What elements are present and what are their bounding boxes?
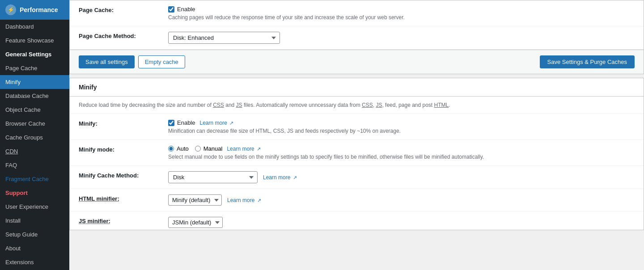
external-link-icon-1: ↗ bbox=[229, 120, 233, 126]
sidebar-title: Performance bbox=[20, 6, 58, 13]
minify-enable-row: Minify: Enable Learn more ↗ Minification… bbox=[70, 114, 644, 140]
minify-description: Reduce load time by decreasing the size … bbox=[70, 97, 644, 114]
minify-enable-description: Minification can decrease file size of H… bbox=[168, 128, 635, 134]
html-minifier-label: HTML minifier: bbox=[79, 194, 168, 202]
page-cache-description: Caching pages will reduce the response t… bbox=[168, 14, 635, 21]
minify-cache-method-value: Disk Memcached Redis Learn more ↗ bbox=[168, 171, 635, 183]
minify-mode-auto-label: Auto bbox=[177, 145, 189, 152]
js-ref-1: JS bbox=[236, 102, 242, 108]
main-content: Page Cache: Enable Caching pages will re… bbox=[69, 0, 644, 270]
sidebar-item-object-cache[interactable]: Object Cache bbox=[0, 103, 69, 117]
js-minifier-value: JSMin (default) bbox=[168, 217, 635, 228]
external-link-icon-2: ↗ bbox=[257, 146, 261, 152]
minify-mode-radio-row: Auto Manual Learn more ↗ bbox=[168, 145, 635, 152]
html-minifier-value: Minify (default) Other Learn more ↗ bbox=[168, 194, 635, 206]
sidebar-item-dashboard[interactable]: Dashboard bbox=[0, 20, 69, 34]
minify-learn-more-text: Learn more bbox=[199, 120, 227, 126]
sidebar-header[interactable]: ⚡ Performance bbox=[0, 0, 69, 20]
page-cache-enable-row: Page Cache: Enable Caching pages will re… bbox=[70, 0, 644, 26]
sidebar-item-general-settings[interactable]: General Settings bbox=[0, 47, 69, 61]
minify-cache-method-label: Minify Cache Method: bbox=[79, 171, 168, 179]
minify-learn-more-link[interactable]: Learn more ↗ bbox=[199, 120, 233, 126]
minify-mode-value: Auto Manual Learn more ↗ Select manual m… bbox=[168, 145, 635, 160]
js-minifier-select[interactable]: JSMin (default) bbox=[168, 217, 223, 228]
page-cache-enable-label: Enable bbox=[177, 6, 195, 13]
minify-field-label: Minify: bbox=[79, 119, 168, 127]
minify-mode-label: Minify mode: bbox=[79, 145, 168, 153]
sidebar-item-feature-showcase[interactable]: Feature Showcase bbox=[0, 34, 69, 47]
css-ref-1: CSS bbox=[213, 102, 224, 108]
minify-mode-manual-radio[interactable] bbox=[195, 146, 201, 152]
sidebar-item-extensions[interactable]: Extensions bbox=[0, 255, 69, 269]
sidebar-item-about[interactable]: About bbox=[0, 241, 69, 255]
minify-mode-auto-radio[interactable] bbox=[168, 146, 174, 152]
page-cache-method-value: Disk: Enhanced Disk Memcached Redis bbox=[168, 32, 635, 44]
sidebar-item-user-experience[interactable]: User Experience bbox=[0, 200, 69, 214]
sidebar-item-support[interactable]: Support bbox=[0, 186, 69, 200]
html-minifier-learn-more-link[interactable]: Learn more ↗ bbox=[227, 197, 261, 203]
html-ref: HTML bbox=[434, 102, 449, 108]
save-purge-button[interactable]: Save Settings & Purge Caches bbox=[540, 55, 635, 68]
page-cache-button-row: Save all settings Empty cache Save Setti… bbox=[70, 50, 644, 74]
performance-icon: ⚡ bbox=[5, 4, 16, 15]
minify-mode-learn-more-link[interactable]: Learn more ↗ bbox=[227, 146, 261, 152]
minify-cache-method-row: Minify Cache Method: Disk Memcached Redi… bbox=[70, 166, 644, 189]
js-minifier-label: JS minifier: bbox=[79, 217, 168, 224]
minify-section: Minify Reduce load time by decreasing th… bbox=[69, 78, 644, 230]
page-cache-section: Page Cache: Enable Caching pages will re… bbox=[69, 0, 644, 74]
html-minifier-select[interactable]: Minify (default) Other bbox=[168, 194, 222, 206]
external-link-icon-4: ↗ bbox=[257, 198, 261, 203]
minify-enable-label: Enable bbox=[177, 119, 195, 126]
sidebar-item-page-cache[interactable]: Page Cache bbox=[0, 61, 69, 75]
save-all-settings-button[interactable]: Save all settings bbox=[79, 55, 135, 68]
sidebar-item-faq[interactable]: FAQ bbox=[0, 158, 69, 172]
sidebar-item-database-cache[interactable]: Database Cache bbox=[0, 89, 69, 103]
css-ref-2: CSS bbox=[362, 102, 373, 108]
page-cache-value: Enable Caching pages will reduce the res… bbox=[168, 6, 635, 21]
sidebar-item-browser-cache[interactable]: Browser Cache bbox=[0, 117, 69, 131]
minify-cache-method-select[interactable]: Disk Memcached Redis bbox=[168, 171, 258, 183]
minify-mode-description: Select manual mode to use fields on the … bbox=[168, 154, 635, 160]
external-link-icon-3: ↗ bbox=[293, 175, 297, 181]
page-cache-method-label: Page Cache Method: bbox=[79, 32, 168, 39]
page-cache-checkbox[interactable] bbox=[168, 6, 174, 13]
minify-mode-row: Minify mode: Auto Manual Learn more ↗ Se… bbox=[70, 140, 644, 166]
page-cache-method-select[interactable]: Disk: Enhanced Disk Memcached Redis bbox=[168, 32, 280, 44]
minify-cache-learn-more-link[interactable]: Learn more ↗ bbox=[263, 174, 297, 181]
minify-checkbox-row: Enable Learn more ↗ bbox=[168, 119, 635, 126]
js-minifier-row: JS minifier: JSMin (default) bbox=[70, 211, 644, 230]
sidebar-item-minify[interactable]: Minify bbox=[0, 75, 69, 89]
sidebar-item-fragment-cache[interactable]: Fragment Cache bbox=[0, 172, 69, 186]
page-cache-checkbox-row: Enable bbox=[168, 6, 635, 13]
minify-checkbox[interactable] bbox=[168, 120, 174, 126]
page-cache-method-row: Page Cache Method: Disk: Enhanced Disk M… bbox=[70, 26, 644, 50]
minify-mode-learn-more-text: Learn more bbox=[227, 146, 254, 152]
minify-field-value: Enable Learn more ↗ Minification can dec… bbox=[168, 119, 635, 134]
sidebar-item-cache-groups[interactable]: Cache Groups bbox=[0, 131, 69, 144]
html-minifier-learn-more-text: Learn more bbox=[227, 197, 254, 203]
sidebar: ⚡ Performance Dashboard Feature Showcase… bbox=[0, 0, 69, 270]
html-minifier-row: HTML minifier: Minify (default) Other Le… bbox=[70, 189, 644, 211]
sidebar-item-cdn[interactable]: CDN bbox=[0, 144, 69, 158]
sidebar-item-install[interactable]: Install bbox=[0, 214, 69, 228]
minify-cache-learn-more-text: Learn more bbox=[263, 174, 290, 181]
js-ref-2: JS bbox=[376, 102, 382, 108]
empty-cache-button[interactable]: Empty cache bbox=[138, 55, 185, 68]
minify-mode-manual-label: Manual bbox=[203, 145, 223, 152]
page-cache-label: Page Cache: bbox=[79, 6, 168, 13]
minify-section-title: Minify bbox=[70, 78, 644, 97]
sidebar-item-setup-guide[interactable]: Setup Guide bbox=[0, 228, 69, 241]
